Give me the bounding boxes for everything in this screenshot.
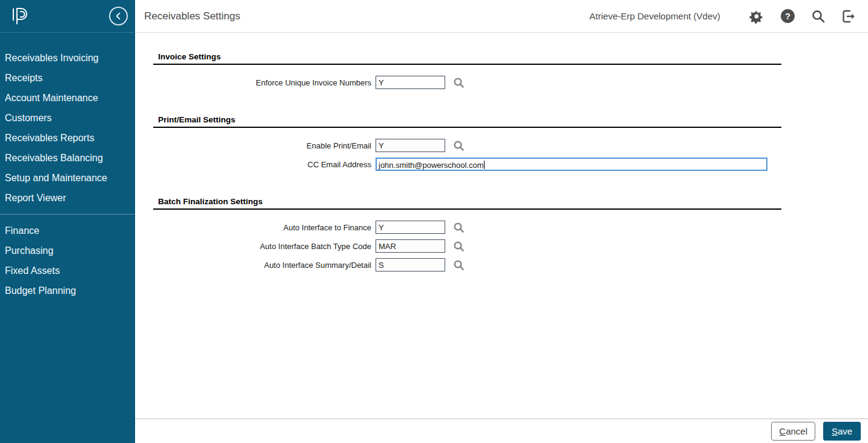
header-actions: Atrieve-Erp Development (Vdev) ? [589, 8, 857, 24]
cc-email-address-input[interactable]: john.smith@powerschool.com [376, 158, 767, 171]
sidebar-item-receivables-balancing[interactable]: Receivables Balancing [0, 148, 135, 168]
field-label: Enforce Unique Invoice Numbers [153, 78, 376, 87]
section-title: Batch Finalization Settings [153, 197, 781, 208]
auto-interface-summary-detail-input[interactable]: S [376, 258, 445, 271]
page-title: Receivables Settings [144, 10, 240, 22]
form-row: Auto Interface Batch Type Code MAR [153, 239, 781, 253]
sidebar-item-customers[interactable]: Customers [0, 108, 135, 128]
lookup-magnifier-icon[interactable] [453, 241, 465, 252]
form-row: Enable Print/Email Y [153, 139, 781, 152]
save-button[interactable]: Save [823, 422, 861, 441]
search-icon[interactable] [810, 8, 826, 24]
sidebar-item-receivables-invoicing[interactable]: Receivables Invoicing [0, 48, 135, 68]
section-print-email-settings: Print/Email Settings Enable Print/Email … [153, 115, 781, 184]
sidebar: Receivables Invoicing Receipts Account M… [0, 0, 135, 443]
section-batch-finalization-settings: Batch Finalization Settings Auto Interfa… [153, 197, 781, 284]
sidebar-nav: Receivables Invoicing Receipts Account M… [0, 33, 135, 301]
environment-name: Atrieve-Erp Development (Vdev) [589, 11, 720, 21]
enable-print-email-input[interactable]: Y [376, 139, 445, 152]
field-label: Enable Print/Email [153, 141, 376, 150]
section-invoice-settings: Invoice Settings Enforce Unique Invoice … [153, 52, 781, 102]
sidebar-item-setup-and-maintenance[interactable]: Setup and Maintenance [0, 168, 135, 188]
lookup-magnifier-icon[interactable] [453, 77, 465, 88]
lookup-magnifier-icon[interactable] [453, 259, 465, 271]
field-label: Auto Interface to Finance [153, 223, 376, 232]
svg-text:?: ? [785, 12, 790, 21]
sidebar-item-report-viewer[interactable]: Report Viewer [0, 188, 135, 208]
form-row: Auto Interface to Finance Y [153, 221, 781, 234]
settings-form: Invoice Settings Enforce Unique Invoice … [135, 33, 868, 417]
section-title: Print/Email Settings [153, 115, 781, 127]
sidebar-item-receipts[interactable]: Receipts [0, 68, 135, 88]
field-label: CC Email Address [153, 160, 376, 169]
cancel-label-rest: ancel [786, 426, 807, 436]
section-title: Invoice Settings [153, 52, 781, 64]
save-label-rest: ave [838, 426, 852, 436]
help-icon[interactable]: ? [780, 8, 795, 24]
sidebar-item-purchasing[interactable]: Purchasing [0, 241, 135, 261]
sidebar-item-account-maintenance[interactable]: Account Maintenance [0, 88, 135, 108]
sidebar-item-receivables-reports[interactable]: Receivables Reports [0, 128, 135, 148]
gear-icon[interactable] [749, 8, 764, 24]
enforce-unique-invoice-numbers-input[interactable]: Y [376, 76, 445, 89]
lookup-magnifier-icon[interactable] [453, 140, 465, 152]
form-row: Auto Interface Summary/Detail S [153, 258, 781, 271]
powerschool-logo-icon [10, 6, 31, 27]
footer-action-bar: Cancel Save [135, 418, 868, 443]
logout-icon[interactable] [841, 8, 857, 24]
auto-interface-batch-type-code-input[interactable]: MAR [376, 239, 445, 253]
field-label: Auto Interface Batch Type Code [153, 242, 376, 251]
chevron-left-icon [114, 12, 122, 20]
cancel-button[interactable]: Cancel [771, 422, 815, 441]
sidebar-item-budget-planning[interactable]: Budget Planning [0, 281, 135, 301]
sidebar-collapse-button[interactable] [109, 7, 128, 25]
form-row: Enforce Unique Invoice Numbers Y [153, 76, 781, 89]
lookup-magnifier-icon[interactable] [453, 222, 465, 233]
cancel-accesskey: C [779, 426, 786, 436]
save-accesskey: S [832, 426, 838, 436]
form-row: CC Email Address john.smith@powerschool.… [153, 158, 781, 171]
field-label: Auto Interface Summary/Detail [153, 261, 376, 270]
auto-interface-to-finance-input[interactable]: Y [376, 221, 445, 234]
sidebar-header [0, 0, 135, 33]
top-header: Receivables Settings Atrieve-Erp Develop… [135, 0, 868, 33]
sidebar-item-fixed-assets[interactable]: Fixed Assets [0, 261, 135, 281]
sidebar-divider [0, 214, 135, 215]
sidebar-item-finance[interactable]: Finance [0, 221, 135, 241]
app-window: Receivables Invoicing Receipts Account M… [0, 0, 868, 443]
